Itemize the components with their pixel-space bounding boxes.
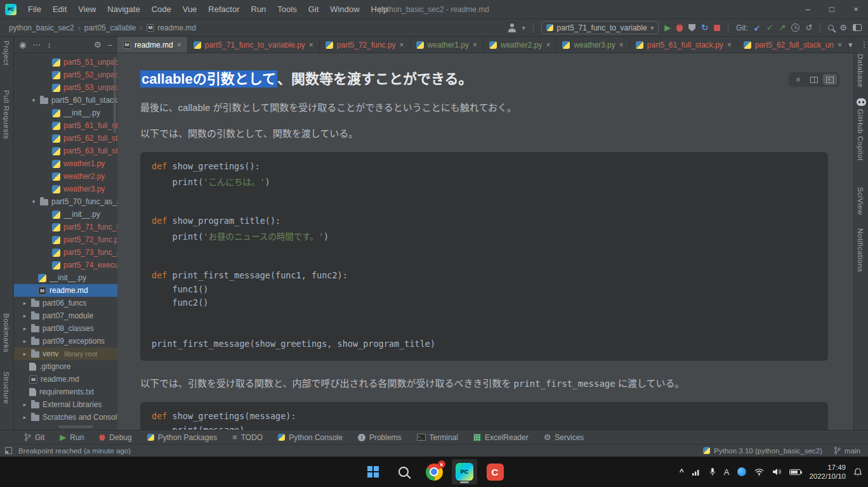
tree-item[interactable]: part5_63_full_stack_u [14, 145, 117, 157]
toolwindow-switcher-icon[interactable] [5, 447, 12, 454]
tree-folder[interactable]: ▾part5_60_full_stack [14, 94, 117, 107]
microphone-icon[interactable] [709, 468, 716, 476]
tree-item[interactable]: __init__.py [14, 271, 117, 284]
chevron-right-icon[interactable]: ▸ [22, 325, 28, 332]
editor-only-mode-icon[interactable]: ≡ [791, 74, 805, 85]
coverage-button[interactable] [688, 24, 695, 32]
more-options-icon[interactable]: ⋮ [860, 41, 868, 49]
toolwindow-excelreader[interactable]: ExcelReader [467, 431, 535, 445]
hidden-tabs-chevron-icon[interactable]: ▾ [848, 41, 853, 49]
tab-close-icon[interactable]: × [727, 41, 732, 49]
tab-close-icon[interactable]: × [546, 41, 550, 49]
tree-item[interactable]: part5_72_func.py [14, 233, 117, 246]
chevron-down-icon[interactable]: ▾ [30, 97, 37, 103]
interpreter-widget[interactable]: Python 3.10 (python_basic_sec2) [703, 447, 822, 455]
toolwindow-git[interactable]: Git [18, 431, 51, 445]
toolwindow-run[interactable]: ▶Run [53, 431, 90, 445]
git-branch-widget[interactable]: main [834, 446, 860, 455]
chevron-right-icon[interactable]: ▸ [22, 338, 28, 344]
menu-vue[interactable]: Vue [177, 0, 203, 19]
tab-weather3[interactable]: weather3.py× [556, 37, 629, 53]
pycharm-logo-icon[interactable]: PC [5, 4, 16, 15]
github-copilot-icon[interactable] [857, 98, 866, 106]
tree-folder-scratches[interactable]: ▸Scratches and Consoles [14, 411, 117, 424]
breadcrumb-file[interactable]: readme.md [156, 23, 197, 32]
preview-only-mode-icon[interactable] [823, 74, 837, 85]
debug-button[interactable] [676, 24, 683, 32]
menu-file[interactable]: File [22, 0, 47, 19]
toolwindow-database[interactable]: Database [857, 54, 864, 88]
tree-item[interactable]: part5_52_unpack_arg [14, 68, 117, 81]
toolwindow-python-packages[interactable]: Python Packages [141, 431, 223, 445]
menu-edit[interactable]: Edit [47, 0, 72, 19]
menu-run[interactable]: Run [246, 0, 272, 19]
tree-folder-venv[interactable]: ▸venvlibrary root [14, 347, 117, 360]
tree-item[interactable]: part5_73_func_and_m [14, 246, 117, 259]
tree-item[interactable]: part5_62_full_stack_u [14, 132, 117, 145]
toolwindow-sciview[interactable]: SciView [857, 187, 864, 215]
tab-close-icon[interactable]: × [177, 41, 181, 49]
notification-bell-icon[interactable] [854, 468, 862, 476]
git-push-button[interactable]: ↗ [779, 23, 786, 32]
history-icon[interactable] [791, 23, 799, 32]
battery-icon[interactable] [789, 469, 801, 475]
tree-scrollbar[interactable] [114, 57, 116, 133]
tab-close-icon[interactable]: × [473, 41, 477, 49]
menu-view[interactable]: View [72, 0, 102, 19]
start-button[interactable] [360, 459, 386, 484]
tab-close-icon[interactable]: × [400, 41, 404, 49]
user-account-icon[interactable] [508, 23, 516, 32]
menu-window[interactable]: Window [324, 0, 365, 19]
menu-navigate[interactable]: Navigate [102, 0, 145, 19]
wifi-icon[interactable] [754, 468, 764, 476]
volume-icon[interactable] [772, 468, 781, 476]
toolwindow-debug[interactable]: Debug [93, 431, 138, 445]
menu-git[interactable]: Git [303, 0, 325, 19]
tab-weather2[interactable]: weather2.py× [483, 37, 556, 53]
toolwindow-notifications[interactable]: Notifications [857, 228, 864, 272]
toolwindow-github-copilot[interactable]: GitHub Copilot [857, 109, 864, 161]
chevron-right-icon[interactable]: ▸ [22, 414, 28, 420]
tab-part5-61[interactable]: part5_61_full_stack.py× [630, 37, 738, 53]
tree-item[interactable]: __init__.py [14, 107, 117, 119]
toolwindow-structure[interactable]: Structure [3, 372, 10, 404]
run-button[interactable]: ▶ [664, 23, 671, 32]
toolwindow-terminal[interactable]: Terminal [411, 431, 464, 445]
tab-close-icon[interactable]: × [619, 41, 624, 49]
tree-item[interactable]: part5_61_full_stack.py [14, 119, 117, 132]
breadcrumb-project[interactable]: python_basic_sec2 [8, 23, 76, 32]
tree-item[interactable]: part5_51_unpack_arg [14, 56, 117, 68]
tab-part5-71[interactable]: part5_71_func_to_variable.py× [188, 37, 320, 53]
tab-close-icon[interactable]: × [838, 41, 842, 49]
network-icon[interactable] [692, 469, 701, 476]
tree-folder[interactable]: ▸part06_funcs [14, 297, 117, 309]
tree-item[interactable]: .gitignore [14, 360, 117, 373]
toolwindow-problems[interactable]: Problems [352, 431, 408, 445]
toolwindow-services[interactable]: ⚙Services [537, 431, 591, 445]
tab-part5-72[interactable]: part5_72_func.py× [320, 37, 411, 53]
locate-file-icon[interactable]: ◉ [19, 41, 26, 49]
taskbar-clock[interactable]: 17:49 2022/10/10 [809, 463, 846, 481]
tree-folder[interactable]: ▸part07_module [14, 309, 117, 322]
tab-readme[interactable]: readme.md× [117, 37, 188, 53]
tree-item[interactable]: requirements.txt [14, 386, 117, 398]
layout-icon[interactable] [853, 24, 862, 31]
tree-item[interactable]: readme.md [14, 373, 117, 386]
menu-code[interactable]: Code [146, 0, 177, 19]
breadcrumb-folder[interactable]: part05_callable [83, 23, 137, 32]
toolwindow-bookmarks[interactable]: Bookmarks [3, 313, 10, 353]
ime-language-indicator[interactable]: A [724, 467, 730, 477]
chevron-right-icon[interactable]: ▸ [22, 351, 28, 357]
expand-collapse-icon[interactable]: ↕ [47, 41, 51, 49]
chevron-right-icon[interactable]: ▸ [22, 313, 28, 319]
close-button[interactable]: × [844, 0, 868, 19]
settings-gear-icon[interactable]: ⚙ [839, 23, 847, 32]
git-commit-button[interactable]: ✓ [766, 23, 773, 32]
rollback-button[interactable]: ↺ [805, 23, 812, 32]
chevron-down-icon[interactable]: ▾ [30, 198, 37, 205]
split-mode-icon[interactable] [807, 74, 821, 85]
hidden-icons-chevron[interactable]: ^ [680, 467, 684, 476]
tab-weather1[interactable]: weather1.py× [411, 37, 483, 53]
menu-tools[interactable]: Tools [272, 0, 302, 19]
hide-panel-icon[interactable]: – [108, 41, 112, 49]
